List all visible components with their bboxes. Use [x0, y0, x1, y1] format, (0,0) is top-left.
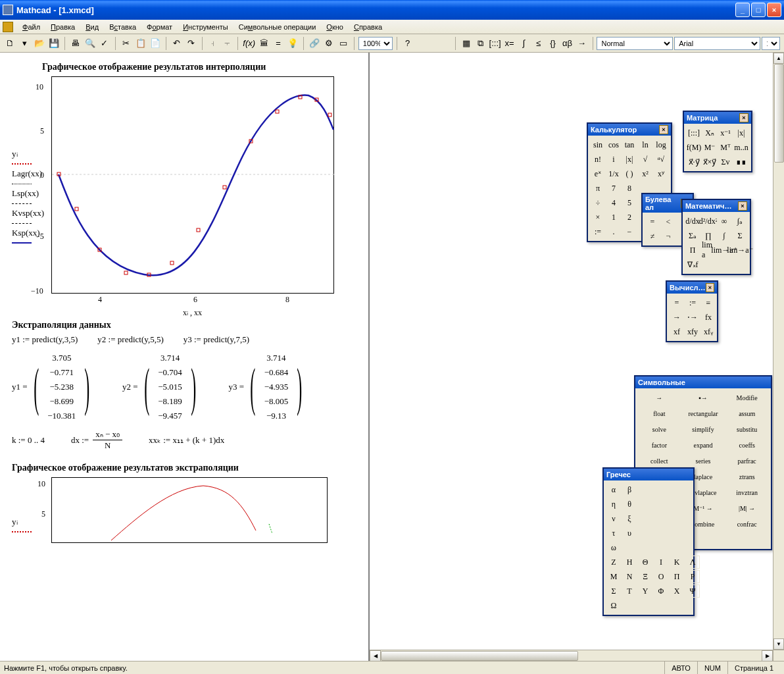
palette-button[interactable]: x⁻¹: [718, 126, 733, 140]
palette-button[interactable]: ∫ₐ: [733, 215, 747, 228]
vertical-scrollbar[interactable]: ▲ ▼: [773, 53, 784, 650]
palette-button[interactable]: =: [670, 296, 684, 309]
preview-button[interactable]: 🔍: [84, 36, 97, 51]
chart2[interactable]: 10 5: [51, 477, 328, 543]
menu-tools[interactable]: Инструменты: [178, 22, 233, 32]
spell-button[interactable]: ✓: [98, 36, 111, 51]
palette-button[interactable]: :=: [591, 225, 605, 238]
palette-button[interactable]: ztrans: [725, 470, 768, 483]
palette-button[interactable]: ξ: [622, 512, 637, 525]
minimize-button[interactable]: _: [735, 3, 750, 17]
palette-button[interactable]: n!: [591, 153, 605, 166]
palette-button[interactable]: ×: [591, 211, 605, 224]
palette-button[interactable]: ( ): [622, 167, 637, 180]
palette-button[interactable]: Σ: [606, 584, 621, 598]
menu-format[interactable]: Формат: [141, 22, 178, 32]
palette-button[interactable]: Π: [685, 244, 700, 257]
palette-button[interactable]: =: [645, 215, 660, 228]
palette-button[interactable]: .: [606, 225, 621, 238]
palette-button[interactable]: f(M): [687, 141, 701, 154]
palette-button[interactable]: ∞: [717, 215, 731, 228]
eval-close-icon[interactable]: ×: [706, 283, 714, 292]
palette-button[interactable]: coeffs: [725, 438, 768, 452]
palette-button[interactable]: ≡: [701, 296, 716, 309]
calc-palette-button[interactable]: ▦: [460, 36, 473, 51]
palette-button[interactable]: ∎∎: [734, 155, 748, 168]
menu-window[interactable]: Окно: [321, 22, 349, 32]
palette-button[interactable]: confrac: [725, 517, 768, 531]
scroll-right-icon[interactable]: ▶: [762, 650, 773, 661]
palette-button[interactable]: tan: [622, 138, 637, 151]
palette-button[interactable]: |x|: [734, 126, 748, 140]
fx-button[interactable]: f(x): [242, 36, 256, 51]
align2-button[interactable]: ⫟: [220, 36, 233, 51]
palette-button[interactable]: τ: [606, 527, 621, 540]
palette-button[interactable]: Σₐ: [685, 229, 700, 242]
palette-button[interactable]: eˣ: [591, 167, 605, 180]
graph-palette-button[interactable]: ⧉: [474, 36, 487, 51]
palette-button[interactable]: factor: [638, 438, 681, 452]
menu-insert[interactable]: Вставка: [104, 22, 141, 32]
palette-button[interactable]: −: [622, 225, 637, 238]
symb-palette-button[interactable]: →: [576, 36, 589, 51]
greek-palette[interactable]: Гречес× αβηθνξτυωZHΘIKΛMNΞOΠPΣTΥΦXΨΩ: [602, 467, 695, 616]
palette-button[interactable]: series: [682, 454, 725, 467]
menu-file[interactable]: Файл: [17, 22, 45, 32]
copy-button[interactable]: 📋: [134, 36, 147, 51]
component-button[interactable]: ⚙: [322, 36, 335, 51]
style-combo[interactable]: Normal: [597, 37, 673, 50]
palette-button[interactable]: |x|: [622, 153, 637, 166]
scroll-up-icon[interactable]: ▲: [773, 53, 784, 64]
palette-button[interactable]: √: [638, 153, 652, 166]
palette-button[interactable]: 1/x: [606, 167, 621, 180]
help-button[interactable]: ?: [401, 36, 414, 51]
palette-button[interactable]: Ω: [606, 599, 621, 612]
eval-palette[interactable]: Вычисл…× =:=≡→⋅→fxxfxfyxfᵧ: [666, 280, 718, 342]
palette-button[interactable]: xfᵧ: [701, 325, 716, 338]
calc-close-icon[interactable]: ×: [659, 125, 668, 134]
save-button[interactable]: 💾: [47, 36, 61, 51]
palette-button[interactable]: ⁿ√: [654, 153, 668, 166]
math-close-icon[interactable]: ×: [738, 201, 747, 211]
palette-button[interactable]: ∫: [717, 229, 731, 242]
menu-symbolic[interactable]: Символьные операции: [233, 22, 322, 32]
palette-button[interactable]: 4: [606, 196, 621, 209]
palette-button[interactable]: Σ: [733, 229, 747, 242]
palette-button[interactable]: xf: [670, 325, 684, 338]
paste-button[interactable]: 📄: [149, 36, 162, 51]
chart1[interactable]: 10 5 0 −5 −10 4 6 8: [51, 76, 334, 294]
palette-button[interactable]: I: [654, 556, 668, 569]
palette-button[interactable]: 7: [606, 182, 621, 195]
palette-button[interactable]: Π: [670, 570, 684, 583]
horizontal-scrollbar[interactable]: ◀ ▶: [370, 650, 773, 661]
lightbulb-button[interactable]: 💡: [286, 36, 299, 51]
palette-button[interactable]: M: [606, 570, 621, 583]
scroll-left-icon[interactable]: ◀: [370, 650, 381, 661]
calc-button[interactable]: =: [272, 36, 285, 51]
palette-button[interactable]: assum: [725, 407, 768, 420]
palette-button[interactable]: :=: [685, 296, 700, 309]
menu-view[interactable]: Вид: [80, 22, 104, 32]
palette-button[interactable]: collect: [638, 454, 681, 467]
region-button[interactable]: ▭: [337, 36, 350, 51]
palette-button[interactable]: xʸ: [654, 167, 668, 180]
palette-button[interactable]: Θ: [638, 556, 652, 569]
align-button[interactable]: ⫞: [206, 36, 219, 51]
math-palette[interactable]: Математич…× d/dxd²/dx²∞∫ₐΣₐ∏∫ΣΠlim alim→…: [681, 199, 751, 275]
scroll-down-icon[interactable]: ▼: [773, 638, 784, 650]
palette-button[interactable]: O: [654, 570, 668, 583]
palette-button[interactable]: Modifie: [725, 391, 768, 404]
palette-button[interactable]: simplify: [682, 423, 725, 436]
calculus-palette-button[interactable]: ∫: [518, 36, 531, 51]
greek-palette-button[interactable]: αβ: [561, 36, 574, 51]
font-combo[interactable]: Arial: [674, 37, 760, 50]
palette-button[interactable]: ln: [638, 138, 652, 151]
palette-button[interactable]: Xₙ: [702, 126, 717, 140]
palette-button[interactable]: ÷: [591, 196, 605, 209]
prog-palette-button[interactable]: {}: [547, 36, 560, 51]
palette-button[interactable]: invztran: [725, 486, 768, 499]
bool-palette-button[interactable]: ≤: [532, 36, 545, 51]
palette-button[interactable]: i: [606, 153, 621, 166]
zoom-combo[interactable]: 100%: [358, 37, 393, 50]
palette-button[interactable]: H: [622, 556, 637, 569]
